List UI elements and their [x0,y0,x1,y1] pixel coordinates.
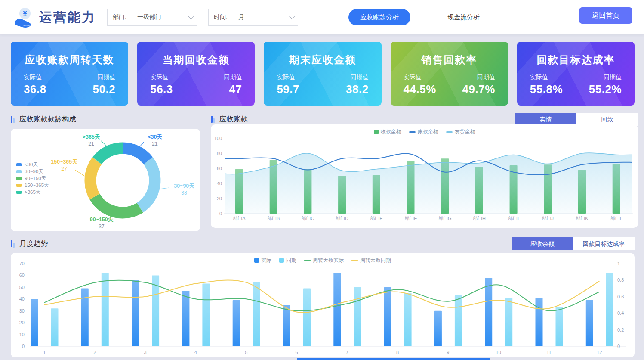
section-accent-icon [11,240,16,248]
department-select[interactable]: 一级部门 [132,9,197,25]
donut-segment-<30天 [123,148,148,161]
svg-text:部门L: 部门L [610,216,622,221]
tab-cashflow-analysis[interactable]: 现金流分析 [447,13,480,22]
donut-segment->365天 [97,148,123,161]
legend-item->365天[interactable]: >365天 [16,189,49,196]
svg-text:部门C: 部门C [301,216,314,221]
svg-text:7: 7 [346,350,348,355]
legend-item-<30天[interactable]: <30天 [16,161,49,168]
middle-row: 应收账款款龄构成 <30天30~90天90~150天150~365天>365天 … [0,106,644,231]
svg-text:8: 8 [396,350,399,355]
kpi-prev-value: 49.7% [462,83,495,96]
kpi-actual-value: 44.5% [404,83,436,96]
kpi-card-title: 销售回款率 [391,53,508,67]
aging-donut-panel: <30天30~90天90~150天150~365天>365天 <30天2130~… [11,129,200,231]
legend-item-30~90天[interactable]: 30~90天 [16,168,49,175]
monthly-trend-chart: 01020304050607000.20.40.60.8112345678910… [11,253,635,357]
kpi-cards-row: 应收账款周转天数实际值36.8同期值50.2当期回收金额实际值56.3同期值47… [0,34,644,106]
tab-repayment[interactable]: 回款 [576,113,638,126]
kpi-card-values: 实际值44.5%同期值49.7% [391,74,508,96]
svg-text:部门A: 部门A [233,216,246,221]
donut-callout-30~90天: 30~90天38 [170,183,198,196]
donut-callout->365天: >365天21 [77,134,105,147]
tab-actual[interactable]: 实情 [515,113,576,126]
back-home-button[interactable]: 返回首页 [579,7,632,24]
chevron-down-icon [188,13,194,19]
svg-text:20: 20 [217,196,222,201]
svg-text:0: 0 [219,211,222,216]
legend-item-周转天数实际[interactable]: 周转天数实际 [304,257,344,264]
section-head-monthly: 月度趋势 应收余额 回款目标达成率 [11,237,635,251]
svg-text:1: 1 [43,350,46,355]
legend-item-收款金额[interactable]: 收款金额 [374,128,401,136]
svg-text:0.2: 0.2 [617,327,624,332]
svg-text:6: 6 [295,350,298,355]
tab-receivable-analysis[interactable]: 应收账款分析 [348,9,410,25]
donut-segment-30~90天 [140,161,155,208]
monthly-tab-group: 应收余额 回款目标达成率 [512,237,635,250]
svg-text:0.8: 0.8 [617,277,624,282]
legend-item-周转天数同期[interactable]: 周转天数同期 [351,257,391,264]
svg-text:4: 4 [194,350,197,355]
kpi-prev-value: 47 [224,83,242,96]
svg-text:部门D: 部门D [336,216,348,221]
series-周转天数同期 [44,280,599,312]
kpi-actual-label: 实际值 [404,74,436,81]
section-head-aging: 应收账款款龄构成 [11,112,200,126]
donut-segment-150~365天 [90,161,97,196]
department-filter: 部门: 一级部门 [107,9,197,26]
bottom-scroll-indicator[interactable] [297,358,490,360]
kpi-card-0: 应收账款周转天数实际值36.8同期值50.2 [11,42,128,106]
kpi-actual-label: 实际值 [277,74,299,81]
svg-text:10: 10 [496,350,501,355]
kpi-actual-value: 56.3 [150,83,173,96]
legend-item-实际[interactable]: 实际 [254,257,271,264]
svg-text:部门K: 部门K [576,216,589,221]
receivable-chart-panel: 收款金额账款余额发货金额 020406080100部门A部门B部门C部门D部门E… [211,124,638,228]
kpi-prev-label: 同期值 [346,74,369,81]
time-filter-label: 时间: [209,9,233,25]
main-nav: 应收账款分析 现金流分析 [348,7,480,27]
svg-text:部门F: 部门F [404,216,417,221]
section-title-monthly: 月度趋势 [19,239,48,248]
logo-icon: ¥ [12,6,35,29]
donut-callout-150~365天: 150~365天27 [47,159,81,172]
kpi-card-2: 期末应收金额实际值59.7同期值38.2 [264,42,381,106]
kpi-prev-label: 同期值 [589,74,622,81]
time-select-value: 月 [238,13,244,21]
kpi-prev-label: 同期值 [93,74,116,81]
svg-text:60: 60 [19,273,25,278]
kpi-card-1: 当期回收金额实际值56.3同期值47 [137,42,255,106]
svg-text:40: 40 [217,181,222,186]
legend-item-账款余额[interactable]: 账款余额 [409,128,438,136]
section-title-aging: 应收账款款龄构成 [19,115,76,124]
svg-text:50: 50 [19,285,25,290]
legend-item-同期[interactable]: 同期 [279,257,296,264]
kpi-card-values: 实际值36.8同期值50.2 [11,74,128,96]
kpi-actual-label: 实际值 [530,74,563,81]
legend-item-发货金额[interactable]: 发货金额 [446,128,475,136]
kpi-prev-value: 50.2 [93,83,116,96]
kpi-actual-label: 实际值 [150,74,173,81]
svg-text:部门H: 部门H [473,216,486,221]
legend-item-90~150天[interactable]: 90~150天 [16,175,49,182]
kpi-prev-label: 同期值 [462,74,495,81]
svg-text:部门J: 部门J [542,216,554,221]
donut-callout-90~150天: 90~150天37 [85,217,118,230]
receivable-chart-legend: 收款金额账款余额发货金额 [211,128,638,136]
kpi-card-title: 期末应收金额 [264,53,381,67]
kpi-card-values: 实际值55.8%同期值55.2% [517,74,635,96]
tab-receivable-balance[interactable]: 应收余额 [512,237,573,250]
app-title: 运营能力 [39,9,96,26]
svg-text:11: 11 [546,350,551,355]
series-发货金额-area [225,153,632,214]
svg-text:60: 60 [217,166,222,171]
tab-target-rate[interactable]: 回款目标达成率 [573,237,635,250]
series-周转天数实际 [44,280,599,311]
kpi-card-title: 回款目标达成率 [517,53,635,67]
kpi-prev-label: 同期值 [224,74,242,81]
donut-segment-90~150天 [95,197,140,213]
time-select[interactable]: 月 [233,9,298,25]
svg-text:¥: ¥ [23,9,27,18]
legend-item-150~365天[interactable]: 150~365天 [16,182,49,189]
